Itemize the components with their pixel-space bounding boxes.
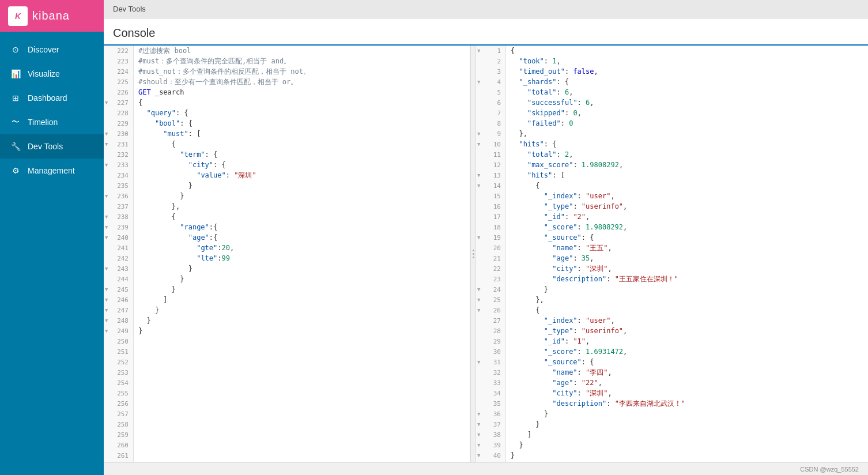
footer-text: CSDN @wzq_55552	[800, 466, 859, 473]
code-line-227: {	[136, 97, 470, 108]
ln-246: ▼246	[104, 295, 133, 305]
ln-261: 261	[104, 450, 133, 461]
code-line-230: "must": [	[136, 129, 470, 139]
sidebar-item-timelion[interactable]: 〜 Timelion	[0, 110, 104, 134]
sidebar-item-visualize[interactable]: 📊 Visualize	[0, 62, 104, 86]
oln-1: ▼1	[476, 46, 505, 56]
sidebar-item-devtools[interactable]: 🔧 Dev Tools	[0, 134, 104, 159]
code-line-250	[136, 336, 470, 346]
out-line-24: }	[508, 284, 868, 295]
out-line-25: },	[508, 295, 868, 305]
oln-29: 29	[476, 336, 505, 346]
ln-226: 226	[104, 87, 133, 97]
oln-38: ▼38	[476, 429, 505, 440]
oln-30: 30	[476, 346, 505, 357]
code-line-228: "query": {	[136, 108, 470, 118]
code-line-258	[136, 419, 470, 429]
ln-225: 225	[104, 77, 133, 87]
panel-divider[interactable]	[470, 46, 476, 462]
out-line-23: "description": "王五家住在深圳！"	[508, 274, 868, 284]
sidebar-item-management[interactable]: ⚙ Management	[0, 159, 104, 183]
oln-28: 28	[476, 326, 505, 336]
code-line-222: #过滤搜索 bool	[136, 46, 470, 56]
oln-7: 7	[476, 108, 505, 118]
oln-36: ▼36	[476, 409, 505, 419]
code-line-235: }	[136, 180, 470, 191]
oln-12: 12	[476, 160, 505, 170]
out-line-38: ]	[508, 429, 868, 440]
code-line-261	[136, 450, 470, 461]
oln-22: 22	[476, 263, 505, 274]
ln-255: 255	[104, 388, 133, 398]
out-line-4: "_shards": {	[508, 77, 868, 87]
out-line-39: }	[508, 440, 868, 450]
oln-4: ▼4	[476, 77, 505, 87]
out-line-12: "max_score": 1.9808292,	[508, 160, 868, 170]
out-line-33: "age": "22",	[508, 378, 868, 388]
oln-39: ▼39	[476, 440, 505, 450]
oln-5: 5	[476, 87, 505, 97]
out-line-22: "city": "深圳",	[508, 263, 868, 274]
out-line-13: "hits": [	[508, 170, 868, 180]
ln-224: 224	[104, 66, 133, 77]
oln-34: 34	[476, 388, 505, 398]
ln-242: 242	[104, 253, 133, 263]
code-line-246: ]	[136, 295, 470, 305]
out-line-19: "_source": {	[508, 232, 868, 243]
ln-259: 259	[104, 429, 133, 440]
out-line-9: },	[508, 129, 868, 139]
oln-2: 2	[476, 56, 505, 66]
sidebar-item-label: Visualize	[28, 69, 60, 78]
oln-14: ▼14	[476, 180, 505, 191]
oln-9: ▼9	[476, 129, 505, 139]
editor-area: 222 223 224 225 226 ▼227 228 229 ▼230 ▼2…	[104, 46, 868, 462]
code-line-249: }	[136, 326, 470, 336]
ln-241: 241	[104, 243, 133, 253]
footer: CSDN @wzq_55552	[104, 462, 868, 475]
oln-26: ▼26	[476, 305, 505, 315]
out-line-5: "total": 6,	[508, 87, 868, 97]
output-code[interactable]: { "took": 1, "timed_out": false, "_shard…	[506, 46, 868, 462]
oln-35: 35	[476, 398, 505, 409]
gear-icon: ⚙	[10, 165, 21, 176]
out-line-37: }	[508, 419, 868, 429]
out-line-34: "city": "深圳",	[508, 388, 868, 398]
ln-223: 223	[104, 56, 133, 66]
editor-code[interactable]: #过滤搜索 bool #must：多个查询条件的完全匹配,相当于 and。 #m…	[134, 46, 470, 462]
ln-238: ▼238	[104, 212, 133, 222]
ln-235: 235	[104, 180, 133, 191]
ln-234: 234	[104, 170, 133, 180]
ln-252: 252	[104, 357, 133, 367]
ln-256: 256	[104, 398, 133, 409]
oln-15: 15	[476, 191, 505, 201]
code-line-223: #must：多个查询条件的完全匹配,相当于 and。	[136, 56, 470, 66]
oln-25: ▼25	[476, 295, 505, 305]
editor-line-numbers: 222 223 224 225 226 ▼227 228 229 ▼230 ▼2…	[104, 46, 134, 462]
divider-dot-3	[473, 257, 474, 258]
code-line-247: }	[136, 305, 470, 315]
ln-237: 237	[104, 201, 133, 212]
ln-257: 257	[104, 409, 133, 419]
sidebar: K kibana ⊙ Discover 📊 Visualize ⊞ Dashbo…	[0, 0, 104, 475]
code-line-238: {	[136, 212, 470, 222]
code-line-254	[136, 378, 470, 388]
ln-253: 253	[104, 367, 133, 378]
ln-227: ▼227	[104, 97, 133, 108]
sidebar-item-dashboard[interactable]: ⊞ Dashboard	[0, 86, 104, 110]
code-line-251	[136, 346, 470, 357]
top-bar-title: Dev Tools	[113, 5, 146, 13]
out-line-28: "_type": "userinfo",	[508, 326, 868, 336]
ln-254: 254	[104, 378, 133, 388]
code-line-257	[136, 409, 470, 419]
out-line-20: "name": "王五",	[508, 243, 868, 253]
sidebar-item-discover[interactable]: ⊙ Discover	[0, 37, 104, 62]
sidebar-item-label: Discover	[28, 45, 59, 54]
sidebar-item-label: Timelion	[28, 118, 58, 127]
code-line-231: {	[136, 139, 470, 149]
output-panel: ▼1 2 3 ▼4 5 6 7 8 ▼9 ▼10 11 12 ▼13 ▼14 1…	[476, 46, 868, 462]
oln-40: ▼40	[476, 450, 505, 461]
ln-250: 250	[104, 336, 133, 346]
out-line-21: "age": 35,	[508, 253, 868, 263]
code-line-243: }	[136, 263, 470, 274]
grid-icon: ⊞	[10, 93, 21, 103]
